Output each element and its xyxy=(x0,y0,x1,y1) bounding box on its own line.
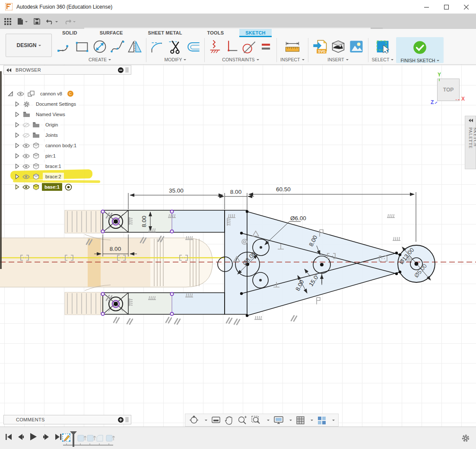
timeline-step-forward-button[interactable] xyxy=(43,433,50,440)
tab-sheet-metal[interactable]: SHEET METAL xyxy=(142,29,188,37)
look-at-icon[interactable] xyxy=(211,416,221,424)
visibility-eye-icon[interactable] xyxy=(22,154,30,158)
activate-component-radio[interactable] xyxy=(65,183,72,191)
fillet-tool-icon[interactable] xyxy=(150,39,165,54)
pan-hand-icon[interactable] xyxy=(225,416,233,425)
remove-panel-icon[interactable] xyxy=(118,67,124,73)
zoom-window-icon[interactable] xyxy=(251,415,261,425)
collapse-left-icon[interactable] xyxy=(6,68,11,72)
collapse-arrow-icon[interactable] xyxy=(15,101,19,107)
equal-constraint-icon[interactable] xyxy=(258,39,273,54)
tree-row-cannon-body[interactable]: cannon body:1 xyxy=(15,140,79,151)
visibility-off-icon[interactable] xyxy=(22,123,30,127)
tab-solid[interactable]: SOLID xyxy=(56,29,83,37)
visibility-eye-icon[interactable] xyxy=(22,185,30,190)
save-button[interactable] xyxy=(34,18,40,25)
insert-canvas-icon[interactable] xyxy=(348,38,365,55)
file-menu-button[interactable] xyxy=(17,18,28,25)
tree-label[interactable]: Named Views xyxy=(33,111,68,118)
viewports-icon[interactable] xyxy=(317,416,327,425)
timeline-extrude-feature[interactable] xyxy=(87,435,96,441)
timeline-sketch-feature[interactable] xyxy=(62,433,70,442)
tree-label[interactable]: cannon body:1 xyxy=(43,142,79,149)
visibility-eye-icon[interactable] xyxy=(22,164,30,169)
workspace-selector[interactable]: DESIGN xyxy=(6,34,52,57)
tangent-constraint-icon[interactable] xyxy=(241,39,257,54)
tree-row-brace-2[interactable]: brace:2 xyxy=(15,171,64,182)
tab-sketch[interactable]: SKETCH xyxy=(239,29,271,37)
line-tool-icon[interactable] xyxy=(57,39,73,54)
panel-drag-handle[interactable] xyxy=(126,67,128,73)
display-settings-icon[interactable] xyxy=(273,416,284,425)
tree-label[interactable]: Document Settings xyxy=(33,100,79,108)
tree-row-root[interactable]: cannon v8 C xyxy=(8,89,73,99)
visibility-eye-icon[interactable] xyxy=(22,143,30,148)
insert-svg-icon[interactable]: SVG xyxy=(312,38,328,55)
spline-tool-icon[interactable] xyxy=(110,39,125,54)
visibility-eye-icon[interactable] xyxy=(22,174,30,179)
tab-tools[interactable]: TOOLS xyxy=(201,29,230,37)
expand-arrow-icon[interactable] xyxy=(8,91,13,96)
inspect-label[interactable]: INSPECT xyxy=(280,57,300,62)
finish-sketch-button[interactable]: FINISH SKETCH xyxy=(396,37,444,63)
constraints-label[interactable]: CONSTRAINTS xyxy=(222,57,254,62)
insert-mesh-icon[interactable] xyxy=(330,38,346,55)
circle-tool-icon[interactable] xyxy=(92,38,108,55)
tree-label[interactable]: pin:1 xyxy=(43,152,58,160)
add-comment-icon[interactable] xyxy=(118,417,124,423)
tree-label[interactable]: Joints xyxy=(43,131,60,139)
collapse-arrow-icon[interactable] xyxy=(15,184,19,190)
tree-label[interactable]: brace:2 xyxy=(43,173,64,180)
tree-row-origin[interactable]: Origin xyxy=(15,120,60,130)
expand-palette-icon[interactable] xyxy=(469,119,473,122)
tree-row-brace-1[interactable]: brace:1 xyxy=(15,161,64,171)
tree-row-base-active[interactable]: base:1 xyxy=(15,182,72,192)
visibility-off-icon[interactable] xyxy=(22,133,30,138)
tree-row-joints[interactable]: Joints xyxy=(15,130,60,140)
timeline-step-back-button[interactable] xyxy=(17,433,24,440)
redo-button[interactable] xyxy=(64,19,76,25)
undo-button[interactable] xyxy=(46,19,58,25)
tree-row-pin[interactable]: pin:1 xyxy=(15,151,58,161)
panel-drag-handle[interactable] xyxy=(126,417,128,422)
vertical-horizontal-constraint-icon[interactable] xyxy=(225,39,239,54)
modify-label[interactable]: MODIFY xyxy=(165,57,182,62)
tree-label[interactable]: cannon v8 xyxy=(38,90,65,98)
collapse-arrow-icon[interactable] xyxy=(15,133,19,138)
tree-row-document-settings[interactable]: Document Settings xyxy=(15,99,79,109)
close-button[interactable] xyxy=(456,0,476,14)
zoom-icon[interactable] xyxy=(237,415,247,425)
minimize-button[interactable] xyxy=(416,0,436,14)
mirror-tool-icon[interactable] xyxy=(127,39,143,54)
create-label[interactable]: CREATE xyxy=(89,57,107,62)
fix-constraint-icon[interactable] xyxy=(208,39,223,54)
timeline-skip-start-button[interactable] xyxy=(5,433,12,440)
timeline-settings-gear-icon[interactable] xyxy=(461,434,470,443)
select-label[interactable]: SELECT xyxy=(372,57,390,62)
browser-panel-header[interactable]: BROWSER xyxy=(3,65,131,75)
rectangle-tool-icon[interactable] xyxy=(74,39,90,54)
timeline-position-marker[interactable] xyxy=(70,431,77,447)
maximize-button[interactable] xyxy=(436,0,456,14)
timeline-extrude-feature[interactable] xyxy=(106,435,115,441)
comments-panel-header[interactable]: COMMENTS xyxy=(3,415,131,424)
offset-tool-icon[interactable] xyxy=(185,39,201,54)
grid-display-icon[interactable] xyxy=(296,416,305,425)
collapse-arrow-icon[interactable] xyxy=(15,153,19,158)
collapse-arrow-icon[interactable] xyxy=(15,174,19,179)
measure-tool-icon[interactable] xyxy=(284,39,301,54)
trim-tool-icon[interactable] xyxy=(167,38,184,55)
collapse-arrow-icon[interactable] xyxy=(15,112,19,117)
timeline-track[interactable] xyxy=(60,427,138,449)
tree-label[interactable]: brace:1 xyxy=(43,162,64,170)
tab-surface[interactable]: SURFACE xyxy=(94,29,129,37)
sketch-palette-tab[interactable]: SKETCH PALETTE xyxy=(465,116,476,169)
tree-label[interactable]: Origin xyxy=(43,121,60,129)
tree-label-active[interactable]: base:1 xyxy=(42,183,62,191)
app-grid-menu-icon[interactable] xyxy=(4,18,11,25)
collapse-arrow-icon[interactable] xyxy=(15,164,19,169)
timeline-extrude-feature[interactable] xyxy=(78,435,86,441)
select-tool-icon[interactable] xyxy=(374,38,391,55)
timeline-fillet-feature[interactable] xyxy=(97,435,103,441)
collapse-arrow-icon[interactable] xyxy=(15,143,19,148)
